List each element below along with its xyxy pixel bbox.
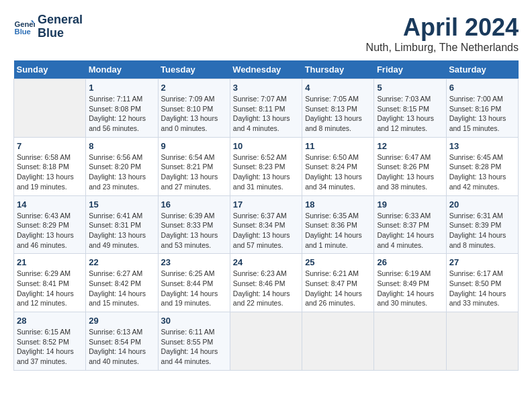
day-number: 7 — [17, 141, 83, 151]
day-number: 4 — [305, 83, 371, 93]
day-number: 22 — [89, 257, 154, 267]
day-info: Sunrise: 7:00 AM Sunset: 8:16 PM Dayligh… — [449, 94, 515, 134]
day-number: 10 — [233, 141, 299, 151]
calendar-cell: 13Sunrise: 6:45 AM Sunset: 8:28 PM Dayli… — [446, 137, 518, 195]
header-row: Sunday Monday Tuesday Wednesday Thursday… — [14, 60, 519, 79]
day-info: Sunrise: 7:05 AM Sunset: 8:13 PM Dayligh… — [305, 94, 371, 134]
day-info: Sunrise: 6:39 AM Sunset: 8:33 PM Dayligh… — [161, 211, 227, 250]
calendar-cell: 6Sunrise: 7:00 AM Sunset: 8:16 PM Daylig… — [446, 79, 518, 138]
calendar-cell: 5Sunrise: 7:03 AM Sunset: 8:15 PM Daylig… — [374, 79, 446, 138]
day-number: 13 — [449, 141, 515, 151]
calendar-cell: 22Sunrise: 6:27 AM Sunset: 8:42 PM Dayli… — [86, 254, 158, 312]
calendar-week-row: 7Sunrise: 6:58 AM Sunset: 8:18 PM Daylig… — [14, 137, 519, 195]
calendar-week-row: 28Sunrise: 6:15 AM Sunset: 8:52 PM Dayli… — [14, 312, 519, 371]
day-number: 11 — [305, 141, 371, 151]
calendar-cell: 14Sunrise: 6:43 AM Sunset: 8:29 PM Dayli… — [14, 195, 86, 254]
day-number: 3 — [233, 83, 299, 93]
day-number: 21 — [17, 257, 83, 267]
day-info: Sunrise: 6:11 AM Sunset: 8:55 PM Dayligh… — [161, 327, 227, 367]
day-number: 12 — [377, 141, 443, 151]
day-info: Sunrise: 6:58 AM Sunset: 8:18 PM Dayligh… — [17, 152, 83, 192]
col-saturday: Saturday — [446, 60, 518, 79]
day-info: Sunrise: 7:09 AM Sunset: 8:10 PM Dayligh… — [161, 94, 227, 134]
day-number: 18 — [305, 199, 371, 210]
svg-text:Blue: Blue — [15, 28, 31, 36]
logo-text: General Blue — [38, 13, 83, 40]
calendar-cell: 3Sunrise: 7:07 AM Sunset: 8:11 PM Daylig… — [230, 79, 302, 138]
location-subtitle: Nuth, Limburg, The Netherlands — [366, 42, 519, 54]
calendar-week-row: 14Sunrise: 6:43 AM Sunset: 8:29 PM Dayli… — [14, 195, 519, 254]
calendar-cell: 7Sunrise: 6:58 AM Sunset: 8:18 PM Daylig… — [14, 137, 86, 195]
calendar-cell: 10Sunrise: 6:52 AM Sunset: 8:23 PM Dayli… — [230, 137, 302, 195]
calendar-cell: 25Sunrise: 6:21 AM Sunset: 8:47 PM Dayli… — [302, 254, 374, 312]
calendar-cell: 23Sunrise: 6:25 AM Sunset: 8:44 PM Dayli… — [158, 254, 230, 312]
day-number: 6 — [449, 83, 515, 93]
day-info: Sunrise: 6:29 AM Sunset: 8:41 PM Dayligh… — [17, 269, 83, 308]
calendar-cell: 11Sunrise: 6:50 AM Sunset: 8:24 PM Dayli… — [302, 137, 374, 195]
calendar-cell: 15Sunrise: 6:41 AM Sunset: 8:31 PM Dayli… — [86, 195, 158, 254]
calendar-header: Sunday Monday Tuesday Wednesday Thursday… — [14, 60, 519, 79]
day-number: 28 — [17, 316, 83, 326]
day-info: Sunrise: 6:35 AM Sunset: 8:36 PM Dayligh… — [305, 211, 371, 250]
day-number: 26 — [377, 257, 443, 267]
day-info: Sunrise: 6:33 AM Sunset: 8:37 PM Dayligh… — [377, 211, 443, 250]
calendar-week-row: 1Sunrise: 7:11 AM Sunset: 8:08 PM Daylig… — [14, 79, 519, 138]
logo-icon: General Blue — [13, 16, 35, 38]
calendar-table: Sunday Monday Tuesday Wednesday Thursday… — [13, 60, 519, 371]
calendar-cell: 2Sunrise: 7:09 AM Sunset: 8:10 PM Daylig… — [158, 79, 230, 138]
day-info: Sunrise: 6:47 AM Sunset: 8:26 PM Dayligh… — [377, 152, 443, 192]
calendar-cell: 24Sunrise: 6:23 AM Sunset: 8:46 PM Dayli… — [230, 254, 302, 312]
day-number: 20 — [449, 199, 515, 210]
day-info: Sunrise: 6:27 AM Sunset: 8:42 PM Dayligh… — [89, 269, 154, 308]
day-number: 23 — [161, 257, 227, 267]
calendar-cell: 9Sunrise: 6:54 AM Sunset: 8:21 PM Daylig… — [158, 137, 230, 195]
day-info: Sunrise: 6:17 AM Sunset: 8:50 PM Dayligh… — [449, 269, 515, 308]
day-info: Sunrise: 6:23 AM Sunset: 8:46 PM Dayligh… — [233, 269, 299, 308]
title-block: April 2024 Nuth, Limburg, The Netherland… — [366, 13, 519, 54]
day-info: Sunrise: 7:07 AM Sunset: 8:11 PM Dayligh… — [233, 94, 299, 134]
day-info: Sunrise: 6:56 AM Sunset: 8:20 PM Dayligh… — [89, 152, 154, 192]
day-info: Sunrise: 6:31 AM Sunset: 8:39 PM Dayligh… — [449, 211, 515, 250]
page-header: General Blue General Blue April 2024 Nut… — [13, 13, 519, 54]
day-number: 1 — [89, 83, 154, 93]
day-info: Sunrise: 7:11 AM Sunset: 8:08 PM Dayligh… — [89, 94, 154, 134]
day-number: 29 — [89, 316, 154, 326]
day-info: Sunrise: 6:19 AM Sunset: 8:49 PM Dayligh… — [377, 269, 443, 308]
calendar-cell: 18Sunrise: 6:35 AM Sunset: 8:36 PM Dayli… — [302, 195, 374, 254]
calendar-week-row: 21Sunrise: 6:29 AM Sunset: 8:41 PM Dayli… — [14, 254, 519, 312]
day-info: Sunrise: 7:03 AM Sunset: 8:15 PM Dayligh… — [377, 94, 443, 134]
col-thursday: Thursday — [302, 60, 374, 79]
calendar-cell — [302, 312, 374, 371]
day-number: 24 — [233, 257, 299, 267]
day-info: Sunrise: 6:25 AM Sunset: 8:44 PM Dayligh… — [161, 269, 227, 308]
day-number: 9 — [161, 141, 227, 151]
col-friday: Friday — [374, 60, 446, 79]
month-title: April 2024 — [366, 13, 519, 42]
col-monday: Monday — [86, 60, 158, 79]
calendar-cell — [446, 312, 518, 371]
logo-line1: General — [38, 13, 83, 27]
logo: General Blue General Blue — [13, 13, 83, 40]
calendar-cell: 17Sunrise: 6:37 AM Sunset: 8:34 PM Dayli… — [230, 195, 302, 254]
day-number: 14 — [17, 199, 83, 210]
calendar-cell: 26Sunrise: 6:19 AM Sunset: 8:49 PM Dayli… — [374, 254, 446, 312]
day-info: Sunrise: 6:41 AM Sunset: 8:31 PM Dayligh… — [89, 211, 154, 250]
calendar-body: 1Sunrise: 7:11 AM Sunset: 8:08 PM Daylig… — [14, 79, 519, 371]
day-info: Sunrise: 6:54 AM Sunset: 8:21 PM Dayligh… — [161, 152, 227, 192]
calendar-cell: 30Sunrise: 6:11 AM Sunset: 8:55 PM Dayli… — [158, 312, 230, 371]
day-info: Sunrise: 6:43 AM Sunset: 8:29 PM Dayligh… — [17, 211, 83, 250]
day-info: Sunrise: 6:13 AM Sunset: 8:54 PM Dayligh… — [89, 327, 154, 367]
day-number: 2 — [161, 83, 227, 93]
day-number: 25 — [305, 257, 371, 267]
day-info: Sunrise: 6:21 AM Sunset: 8:47 PM Dayligh… — [305, 269, 371, 308]
calendar-cell: 12Sunrise: 6:47 AM Sunset: 8:26 PM Dayli… — [374, 137, 446, 195]
calendar-cell — [14, 79, 86, 138]
day-number: 16 — [161, 199, 227, 210]
day-info: Sunrise: 6:45 AM Sunset: 8:28 PM Dayligh… — [449, 152, 515, 192]
calendar-cell: 8Sunrise: 6:56 AM Sunset: 8:20 PM Daylig… — [86, 137, 158, 195]
calendar-cell: 21Sunrise: 6:29 AM Sunset: 8:41 PM Dayli… — [14, 254, 86, 312]
day-info: Sunrise: 6:37 AM Sunset: 8:34 PM Dayligh… — [233, 211, 299, 250]
calendar-cell: 20Sunrise: 6:31 AM Sunset: 8:39 PM Dayli… — [446, 195, 518, 254]
col-tuesday: Tuesday — [158, 60, 230, 79]
calendar-cell: 1Sunrise: 7:11 AM Sunset: 8:08 PM Daylig… — [86, 79, 158, 138]
